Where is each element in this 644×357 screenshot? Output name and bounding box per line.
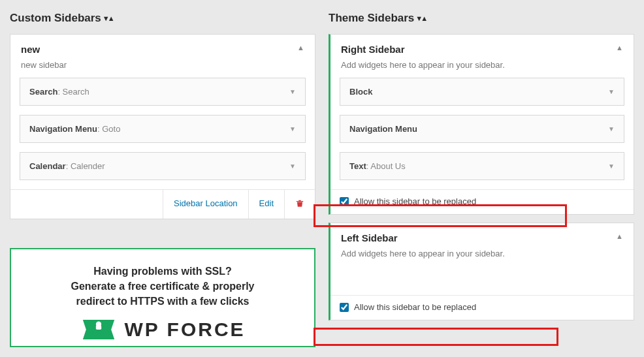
delete-button[interactable] bbox=[284, 190, 315, 219]
collapse-icon[interactable]: ▲ bbox=[616, 232, 623, 240]
left-sidebar-panel: Left Sidebar Add widgets here to appear … bbox=[329, 223, 634, 320]
trash-icon bbox=[295, 198, 304, 208]
sort-icon[interactable]: ▼▲ bbox=[415, 14, 426, 22]
sidebar-location-button[interactable]: Sidebar Location bbox=[163, 190, 248, 219]
chevron-down-icon: ▼ bbox=[608, 125, 615, 132]
edit-button[interactable]: Edit bbox=[248, 190, 284, 219]
allow-replace-row: Allow this sidebar to be replaced bbox=[330, 295, 634, 320]
allow-replace-label: Allow this sidebar to be replaced bbox=[354, 302, 476, 312]
sort-icon[interactable]: ▼▲ bbox=[103, 14, 113, 22]
collapse-icon[interactable]: ▲ bbox=[616, 44, 623, 52]
chevron-down-icon: ▼ bbox=[289, 163, 296, 170]
widget-item[interactable]: Block ▼ bbox=[340, 78, 624, 106]
widget-item[interactable]: Calendar: Calender ▼ bbox=[20, 152, 306, 180]
right-sidebar-panel: Right Sidebar Add widgets here to appear… bbox=[329, 34, 634, 215]
allow-replace-checkbox[interactable] bbox=[340, 303, 349, 312]
widget-item[interactable]: Text: About Us ▼ bbox=[340, 152, 624, 180]
promo-line: Having problems with SSL? bbox=[93, 266, 232, 277]
widget-item[interactable]: Navigation Menu: Goto ▼ bbox=[20, 115, 306, 143]
custom-sidebar-panel: new new sidebar ▲ Search: Search ▼ Navig… bbox=[10, 34, 315, 219]
allow-replace-row: Allow this sidebar to be replaced bbox=[330, 189, 634, 214]
custom-panel-title: new bbox=[21, 44, 304, 55]
action-spacer: . bbox=[10, 190, 163, 219]
custom-panel-desc: new sidebar bbox=[21, 60, 304, 70]
widget-item[interactable]: Navigation Menu ▼ bbox=[340, 115, 624, 143]
collapse-icon[interactable]: ▲ bbox=[297, 44, 304, 52]
left-sidebar-title: Left Sidebar bbox=[341, 232, 623, 243]
promo-logo-text: WP FORCE bbox=[124, 318, 245, 341]
widget-item[interactable]: Search: Search ▼ bbox=[20, 78, 306, 106]
theme-sidebars-heading: Theme Sidebars▼▲ bbox=[329, 0, 634, 34]
allow-replace-checkbox[interactable] bbox=[340, 197, 349, 206]
promo-box: Having problems with SSL? Generate a fre… bbox=[10, 248, 315, 347]
promo-line: Generate a free certificate & properly bbox=[71, 281, 254, 292]
svg-rect-2 bbox=[96, 325, 101, 330]
custom-sidebars-heading: Custom Sidebars▼▲ bbox=[10, 0, 315, 34]
chevron-down-icon: ▼ bbox=[608, 163, 615, 170]
chevron-down-icon: ▼ bbox=[289, 88, 296, 95]
chevron-down-icon: ▼ bbox=[289, 125, 296, 132]
allow-replace-label: Allow this sidebar to be replaced bbox=[354, 196, 476, 206]
right-sidebar-desc: Add widgets here to appear in your sideb… bbox=[341, 60, 623, 70]
right-sidebar-title: Right Sidebar bbox=[341, 44, 623, 55]
chevron-down-icon: ▼ bbox=[608, 88, 615, 95]
shield-icon bbox=[80, 320, 118, 339]
promo-line: redirect to HTTPS with a few clicks bbox=[76, 296, 250, 307]
left-sidebar-desc: Add widgets here to appear in your sideb… bbox=[341, 249, 623, 258]
